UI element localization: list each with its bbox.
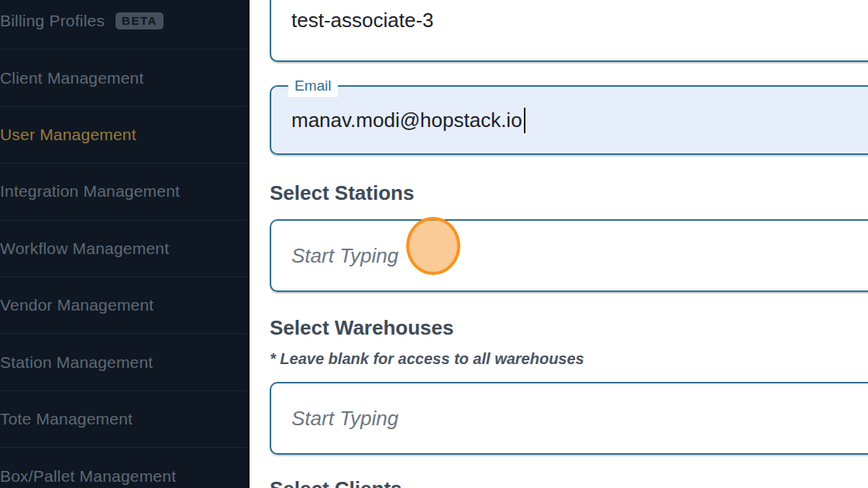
- username-field[interactable]: [270, 0, 868, 62]
- sidebar-item-integration-management[interactable]: Integration Management: [0, 163, 250, 220]
- sidebar-item-label: Tote Management: [0, 410, 133, 428]
- stations-select-field[interactable]: [270, 219, 868, 292]
- email-field-value: manav.modi@hopstack.io: [291, 108, 522, 132]
- select-clients-heading: Select Clients: [270, 477, 402, 488]
- select-stations-heading: Select Stations: [270, 181, 414, 205]
- sidebar-item-label: User Management: [0, 125, 136, 144]
- user-form-panel: Email manav.modi@hopstack.io Select Stat…: [250, 0, 868, 488]
- sidebar-item-box-pallet-management[interactable]: Box/Pallet Management: [0, 448, 250, 488]
- beta-badge: BETA: [115, 12, 164, 29]
- select-warehouses-heading: Select Warehouses: [270, 316, 453, 340]
- admin-sidebar: Billing ProfilesBETAClient ManagementUse…: [0, 0, 250, 488]
- sidebar-item-label: Integration Management: [0, 182, 180, 201]
- sidebar-item-label: Station Management: [0, 353, 153, 372]
- sidebar-item-label: Box/Pallet Management: [0, 467, 176, 486]
- sidebar-item-client-management[interactable]: Client Management: [0, 50, 250, 106]
- sidebar-item-label: Billing Profiles: [0, 12, 105, 30]
- sidebar-item-workflow-management[interactable]: Workflow Management: [0, 221, 250, 277]
- email-field[interactable]: Email manav.modi@hopstack.io: [270, 85, 868, 155]
- email-field-label: Email: [288, 76, 338, 97]
- warehouses-note: * Leave blank for access to all warehous…: [270, 350, 584, 368]
- text-cursor-caret: [524, 108, 525, 133]
- sidebar-item-label: Client Management: [0, 69, 144, 88]
- sidebar-item-vendor-management[interactable]: Vendor Management: [0, 277, 250, 334]
- sidebar-item-label: Vendor Management: [0, 296, 153, 314]
- username-input[interactable]: [291, 0, 868, 60]
- sidebar-menu: Billing ProfilesBETAClient ManagementUse…: [0, 0, 250, 488]
- stations-select-input[interactable]: [291, 221, 868, 290]
- warehouses-select-input[interactable]: [291, 383, 868, 453]
- sidebar-item-tote-management[interactable]: Tote Management: [0, 391, 250, 448]
- sidebar-item-billing-profiles[interactable]: Billing ProfilesBETA: [0, 0, 250, 50]
- sidebar-item-user-management[interactable]: User Management: [0, 107, 250, 163]
- sidebar-item-station-management[interactable]: Station Management: [0, 334, 250, 390]
- warehouses-select-field[interactable]: [270, 382, 868, 455]
- sidebar-item-label: Workflow Management: [0, 239, 169, 258]
